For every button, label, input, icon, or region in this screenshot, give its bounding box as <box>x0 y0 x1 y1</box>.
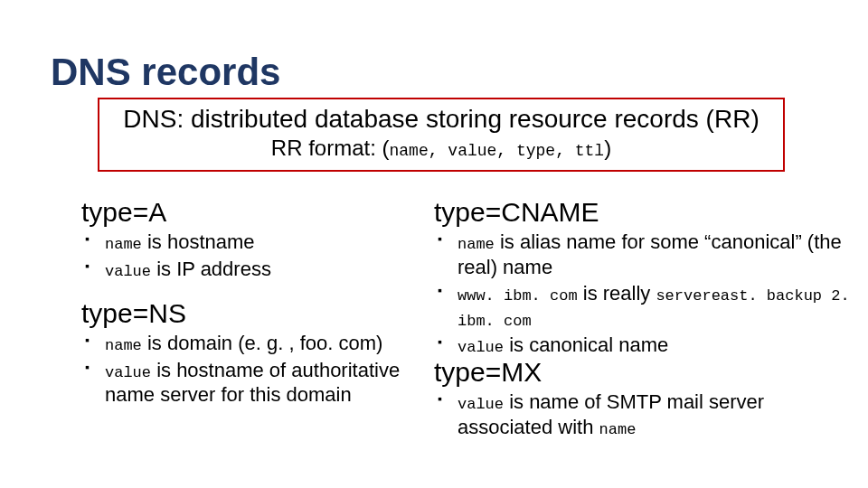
def-line2: RR format: (name, value, type, ttl) <box>110 136 772 161</box>
close-paren: ) <box>604 136 611 160</box>
rr-format-prefix: RR format: <box>271 136 382 160</box>
list-item: name is domain (e. g. , foo. com) <box>105 331 416 356</box>
def-line1: DNS: distributed database storing resour… <box>110 105 772 134</box>
field-value: value <box>105 364 151 381</box>
cname-alias: www. ibm. com <box>458 287 578 305</box>
bullet-text: is domain (e. g. , foo. com) <box>142 332 383 354</box>
open-paren: ( <box>382 136 390 160</box>
section-type-a: type=A name is hostname value is IP addr… <box>81 197 416 283</box>
list-item: value is name of SMTP mail server associ… <box>458 389 850 439</box>
list-item: name is alias name for some “canonical” … <box>458 230 850 279</box>
section-type-cname: type=CNAME name is alias name for some “… <box>434 197 850 360</box>
field-value: value <box>458 396 504 413</box>
slide-dns-records: { "title": "DNS records", "defbox": { "l… <box>0 0 868 488</box>
rr-tuple: name, value, type, ttl <box>390 142 605 160</box>
list-item: value is hostname of authoritative name … <box>105 358 416 408</box>
bullet-text: is really <box>578 282 656 305</box>
bullets-type-mx: value is name of SMTP mail server associ… <box>434 389 850 439</box>
bullet-text: is alias name for some “canonical” (the … <box>458 230 842 278</box>
section-type-mx: type=MX value is name of SMTP mail serve… <box>434 357 850 441</box>
list-item: name is hostname <box>105 230 416 255</box>
bullets-type-a: name is hostname value is IP address <box>81 230 416 281</box>
section-type-ns: type=NS name is domain (e. g. , foo. com… <box>81 298 416 409</box>
heading-type-cname: type=CNAME <box>434 197 850 228</box>
list-item: value is canonical name <box>458 333 850 358</box>
field-value: value <box>458 339 504 356</box>
slide-title: DNS records <box>51 51 280 94</box>
heading-type-a: type=A <box>81 197 416 228</box>
list-item: www. ibm. com is really servereast. back… <box>458 281 850 331</box>
heading-type-mx: type=MX <box>434 357 850 388</box>
bullet-text: is hostname <box>142 230 255 253</box>
field-name: name <box>599 421 637 438</box>
heading-type-ns: type=NS <box>81 298 416 329</box>
bullets-type-cname: name is alias name for some “canonical” … <box>434 230 850 358</box>
field-value: value <box>105 263 151 280</box>
bullets-type-ns: name is domain (e. g. , foo. com) value … <box>81 331 416 408</box>
field-name: name <box>105 337 142 354</box>
field-name: name <box>458 236 495 253</box>
definition-box: DNS: distributed database storing resour… <box>98 98 785 172</box>
bullet-text: is IP address <box>151 258 271 280</box>
bullet-text: is canonical name <box>504 333 668 356</box>
list-item: value is IP address <box>105 257 416 282</box>
field-name: name <box>105 236 142 253</box>
